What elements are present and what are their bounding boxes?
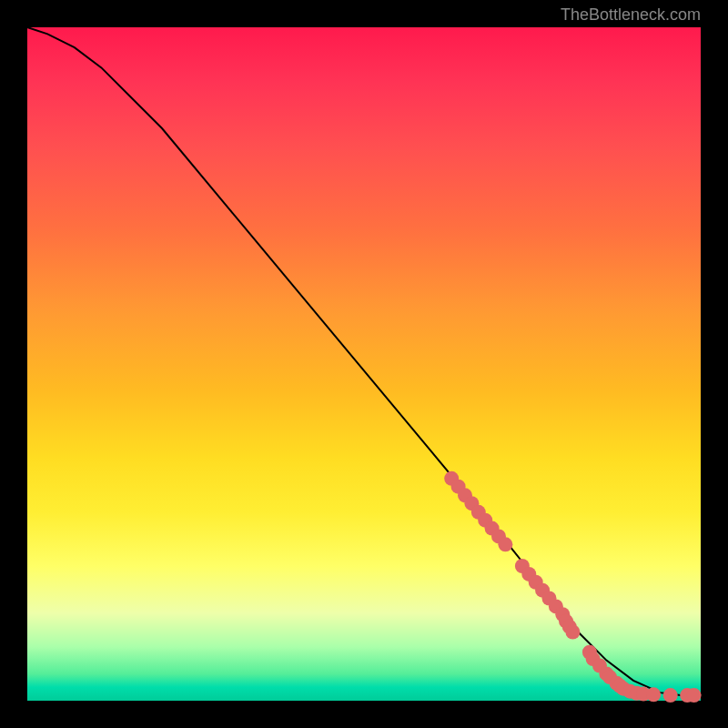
curve-line bbox=[27, 27, 701, 695]
chart-svg bbox=[27, 27, 701, 701]
attribution-text: TheBottleneck.com bbox=[561, 5, 701, 25]
data-point bbox=[687, 688, 702, 703]
chart-plot-area bbox=[27, 27, 701, 701]
data-point bbox=[498, 537, 512, 551]
data-point bbox=[565, 625, 580, 640]
curve-path bbox=[27, 27, 701, 695]
data-point bbox=[663, 688, 678, 703]
data-points bbox=[444, 471, 701, 703]
data-point bbox=[646, 687, 661, 702]
